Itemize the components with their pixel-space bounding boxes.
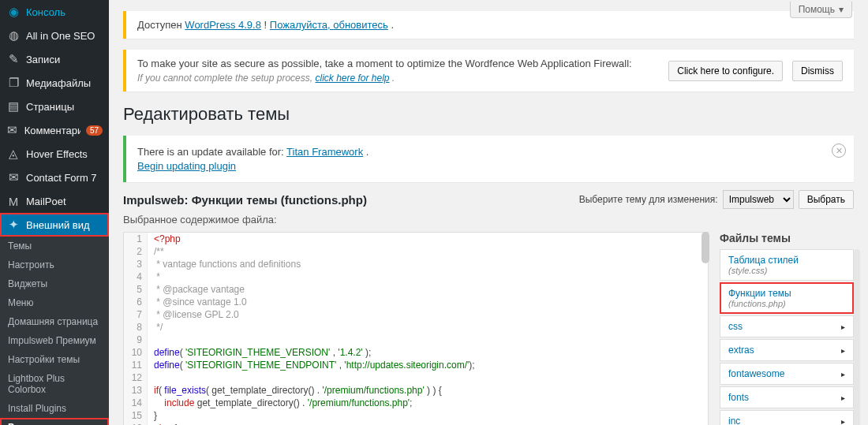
menu-icon: ▤ xyxy=(6,99,21,114)
code-text: * @since vantage 1.0 xyxy=(148,296,253,308)
sidebar-item[interactable]: ✉Contact Form 7 xyxy=(0,166,109,189)
menu-icon: ◬ xyxy=(6,147,21,161)
notice-wp-update: Доступен WordPress 4.9.8 ! Пожалуйста, о… xyxy=(123,11,854,39)
select-theme-button[interactable]: Выбрать xyxy=(799,190,854,209)
line-number: 7 xyxy=(124,308,148,321)
help-toggle[interactable]: Помощь ▾ xyxy=(790,2,852,18)
code-line: 5 * @package vantage xyxy=(124,283,708,296)
sidebar-item[interactable]: MMailPoet xyxy=(0,189,109,213)
file-item[interactable]: extras▸ xyxy=(720,339,854,361)
notice-text: . xyxy=(366,146,369,158)
theme-select[interactable]: Impulsweb xyxy=(723,190,794,209)
theme-select-label: Выберите тему для изменения: xyxy=(579,194,718,205)
notice-subtext: . xyxy=(392,73,395,84)
line-number: 6 xyxy=(124,296,148,308)
sidebar-subitem[interactable]: Lightbox Plus Colorbox xyxy=(0,369,109,399)
sidebar-subitem[interactable]: Виджеты xyxy=(0,274,109,293)
code-line: 14 include get_template_directory() . '/… xyxy=(124,397,708,409)
dismiss-button[interactable]: Dismiss xyxy=(792,61,843,81)
sidebar-subitem[interactable]: Install Plugins xyxy=(0,399,109,418)
chevron-right-icon: ▸ xyxy=(841,417,845,426)
sidebar-item[interactable]: ❐Медиафайлы xyxy=(0,71,109,95)
sidebar-item[interactable]: ✉Комментарии57 xyxy=(0,118,109,142)
files-heading: Файлы темы xyxy=(720,232,854,244)
line-number: 11 xyxy=(124,359,148,371)
chevron-right-icon: ▸ xyxy=(841,393,845,402)
notice-main-text: To make your site as secure as possible,… xyxy=(137,58,659,69)
line-number: 1 xyxy=(124,233,148,245)
link-titan[interactable]: Titan Framework xyxy=(286,146,363,158)
code-line: 2/** xyxy=(124,245,708,258)
file-name: inc xyxy=(728,416,740,425)
sidebar-item[interactable]: ▤Страницы xyxy=(0,95,109,118)
line-number: 14 xyxy=(124,397,148,409)
sidebar-item[interactable]: ◍All in One SEO xyxy=(0,24,109,47)
line-number: 15 xyxy=(124,409,148,422)
code-line: 6 * @since vantage 1.0 xyxy=(124,296,708,308)
scrollbar-thumb[interactable] xyxy=(702,232,709,263)
notice-subtext: If you cannot complete the setup process… xyxy=(137,73,315,84)
file-item[interactable]: inc▸ xyxy=(720,410,854,425)
sidebar-subitem[interactable]: Настройки темы xyxy=(0,350,109,369)
line-number: 9 xyxy=(124,334,148,346)
code-text: <?php xyxy=(148,233,187,245)
notice-text: There is an update available for: xyxy=(137,146,286,158)
code-text xyxy=(148,334,160,346)
notice-text: ! xyxy=(264,19,270,31)
sidebar-item-appearance[interactable]: ✦ Внешний вид xyxy=(0,213,109,237)
file-name: fonts xyxy=(728,392,749,403)
sidebar-subitem[interactable]: Impulsweb Премиум xyxy=(0,331,109,350)
sidebar-item-label: Комментарии xyxy=(24,125,80,136)
notice-text: Доступен xyxy=(137,19,185,31)
code-text: if( file_exists( get_template_directory(… xyxy=(148,384,448,397)
sidebar-subitem[interactable]: Редактор xyxy=(0,418,109,425)
code-line: 15} xyxy=(124,409,708,422)
chevron-right-icon: ▸ xyxy=(841,322,845,331)
menu-icon: M xyxy=(6,194,21,208)
link-wp-version[interactable]: WordPress 4.9.8 xyxy=(185,19,261,31)
file-item[interactable]: css▸ xyxy=(720,315,854,337)
code-text: */ xyxy=(148,321,169,334)
code-line: 11define( 'SITEORIGIN_THEME_ENDPOINT' , … xyxy=(124,359,708,371)
code-text: * @package vantage xyxy=(148,283,251,296)
configure-button[interactable]: Click here to configure. xyxy=(668,61,783,81)
file-item[interactable]: Функции темы(functions.php) xyxy=(720,282,854,314)
file-heading: Impulsweb: Функции темы (functions.php) xyxy=(123,193,367,207)
menu-icon: ◉ xyxy=(6,5,21,19)
line-number: 12 xyxy=(124,371,148,384)
theme-files-panel: Файлы темы Таблица стилей(style.css)Функ… xyxy=(720,232,854,425)
file-note: (style.css) xyxy=(728,266,799,275)
sidebar-subitem[interactable]: Меню xyxy=(0,293,109,312)
code-line: 8 */ xyxy=(124,321,708,334)
sidebar-item[interactable]: ◉Консоль xyxy=(0,0,109,24)
code-line: 12 xyxy=(124,371,708,384)
editor-subhead: Выбранное содержимое файла: xyxy=(123,214,854,226)
file-item[interactable]: Таблица стилей(style.css) xyxy=(720,249,854,281)
sidebar-item[interactable]: ✎Записи xyxy=(0,47,109,71)
line-number: 2 xyxy=(124,245,148,258)
link-please-update[interactable]: Пожалуйста, обновитесь xyxy=(270,19,388,31)
menu-icon: ◍ xyxy=(6,28,21,43)
file-item[interactable]: fontawesome▸ xyxy=(720,363,854,385)
code-text: * xyxy=(148,270,166,283)
code-line: 9 xyxy=(124,334,708,346)
sidebar-item-label: MailPoet xyxy=(26,196,66,207)
code-editor[interactable]: 1<?php2/**3 * vantage functions and defi… xyxy=(123,232,709,425)
sidebar-subitem[interactable]: Темы xyxy=(0,237,109,255)
code-text: define( 'SITEORIGIN_THEME_ENDPOINT' , 'h… xyxy=(148,359,481,371)
sidebar-subitem[interactable]: Домашняя страница xyxy=(0,312,109,331)
code-line: 13if( file_exists( get_template_director… xyxy=(124,384,708,397)
close-icon[interactable]: ✕ xyxy=(832,144,846,158)
file-item[interactable]: fonts▸ xyxy=(720,386,854,408)
code-text: include get_template_directory() . '/pre… xyxy=(148,397,418,409)
code-line: 4 * xyxy=(124,270,708,283)
sidebar-item[interactable]: ◬Hover Effects xyxy=(0,142,109,166)
link-help[interactable]: click here for help xyxy=(315,73,389,84)
help-label: Помощь xyxy=(799,4,835,15)
menu-icon: ✎ xyxy=(6,52,21,66)
code-text: /** xyxy=(148,245,170,258)
link-begin-update[interactable]: Begin updating plugin xyxy=(137,160,236,172)
code-text xyxy=(148,371,160,384)
sidebar-subitem[interactable]: Настроить xyxy=(0,255,109,274)
code-text: * @license GPL 2.0 xyxy=(148,308,245,321)
